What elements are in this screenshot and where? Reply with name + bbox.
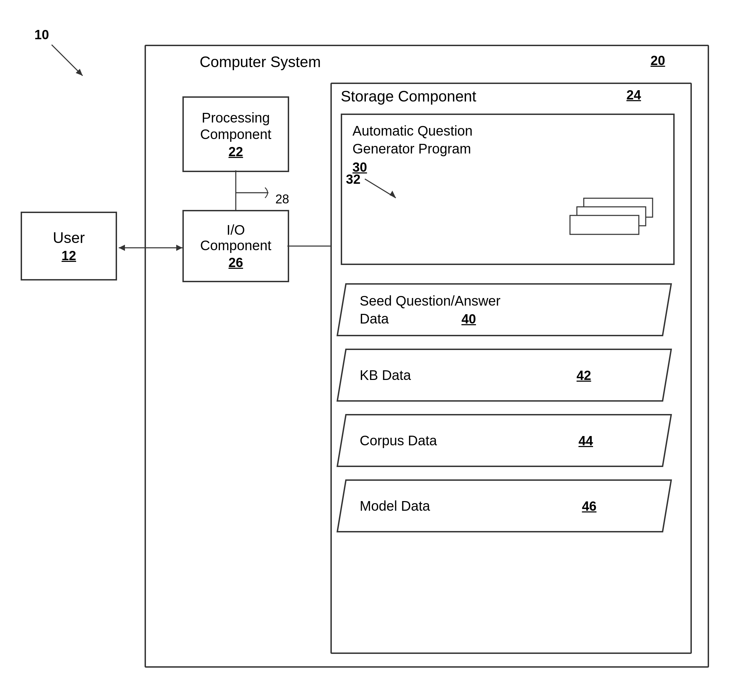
ref-10-arrow	[48, 41, 89, 83]
ref-46: 46	[582, 499, 596, 513]
io-component-label: I/O Component	[200, 222, 272, 253]
kb-data-shape: KB Data 42	[336, 348, 673, 403]
ref-24: 24	[626, 88, 641, 103]
diagram: 10 Computer System 20 Processing Compone…	[0, 0, 750, 700]
aqg-program-label: Automatic Question Generator Program 30	[352, 122, 473, 176]
ref-26: 26	[229, 255, 243, 270]
corpus-data-label: Corpus Data	[360, 433, 437, 448]
svg-marker-13	[390, 191, 396, 198]
ref-40: 40	[461, 312, 476, 326]
io-component-box: I/O Component 26	[183, 210, 289, 282]
storage-component-label: Storage Component	[341, 88, 476, 105]
processing-component-box: Processing Component 22	[183, 96, 289, 172]
ref-32: 32	[346, 172, 360, 187]
corpus-data-shape: Corpus Data 44	[336, 413, 673, 468]
user-label: User	[53, 229, 85, 246]
model-data-label: Model Data	[360, 498, 430, 513]
model-data-shape: Model Data 46	[336, 478, 673, 533]
seed-data-line1: Seed Question/Answer	[360, 293, 501, 309]
ref-20: 20	[650, 53, 665, 68]
ref-10-label: 10	[34, 28, 49, 42]
svg-marker-7	[119, 245, 125, 251]
ref-28: 28	[275, 192, 289, 206]
processing-component-label: Processing Component	[200, 109, 272, 143]
seed-data-shape: Seed Question/Answer Data 40	[336, 282, 673, 337]
svg-marker-8	[176, 245, 183, 251]
ref-12: 12	[61, 249, 76, 263]
io-storage-connector	[287, 239, 334, 253]
computer-system-label: Computer System	[200, 53, 321, 71]
user-box: User 12	[21, 212, 117, 281]
svg-rect-11	[570, 215, 639, 234]
ref-42: 42	[576, 368, 591, 383]
ref-44: 44	[579, 434, 593, 448]
ref-32-arrow	[361, 175, 403, 203]
ref-30: 30	[352, 159, 473, 176]
stacked-rectangles-icon	[563, 195, 659, 257]
ref-22: 22	[229, 144, 243, 159]
seed-data-line2: Data	[360, 311, 389, 326]
kb-data-label: KB Data	[360, 368, 411, 383]
user-io-arrow	[115, 239, 186, 256]
